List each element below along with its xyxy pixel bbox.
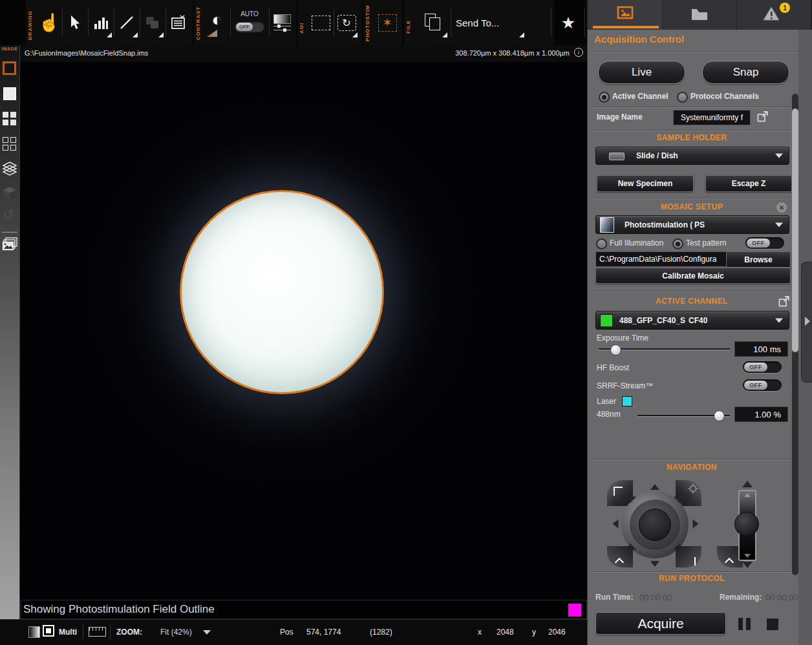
zoom-value[interactable]: Fit (42%) [160, 628, 192, 637]
shapes-dropdown-indicator [158, 32, 164, 37]
nav-arrow-left[interactable] [613, 520, 619, 529]
active-channel-radio[interactable] [599, 92, 610, 103]
image-viewport[interactable]: Showing Photostimulation Field Outline [20, 62, 587, 619]
z-track-up-arrow [744, 493, 751, 497]
stop-icon[interactable] [767, 619, 778, 630]
laser-power-box[interactable]: 1.00 % [734, 407, 788, 422]
chevron-up-icon [615, 558, 624, 567]
active-channel-external-icon[interactable] [778, 295, 790, 307]
full-illumination-radio[interactable] [596, 238, 607, 249]
exposure-time-label: Exposure Time [597, 333, 648, 343]
nav-arrow-right[interactable] [693, 520, 699, 529]
send-to-button[interactable]: Send To... [451, 5, 533, 41]
panel-collapse-tab[interactable] [801, 262, 812, 383]
test-pattern-toggle[interactable]: OFF [745, 237, 784, 249]
annotation-list-button[interactable] [166, 5, 191, 41]
hf-boost-toggle[interactable]: OFF [743, 361, 782, 373]
nav-corner-bottom-left-button[interactable] [607, 546, 633, 567]
auto-toggle-knob: OFF [236, 23, 253, 31]
exposure-value-box[interactable]: 100 ms [734, 341, 788, 357]
laser-slider-thumb[interactable] [714, 410, 725, 421]
info-icon[interactable]: i [574, 48, 583, 57]
shapes-tool-button[interactable] [140, 5, 166, 41]
toolbar-group-drawing: DRAWING ☝ [26, 0, 193, 45]
sample-holder-dropdown-arrow [775, 154, 783, 158]
auto-contrast-toggle[interactable]: AUTO OFF [230, 5, 269, 41]
photostim-field-button[interactable]: ✶ [374, 5, 400, 41]
z-step-down-arrow[interactable] [742, 562, 753, 568]
corner-bracket-icon [614, 487, 623, 496]
panel-scrollbar-thumb[interactable] [792, 109, 798, 352]
calibrate-mosaic-button[interactable]: Calibrate Mosaic [595, 268, 791, 284]
nav-arrow-up[interactable] [650, 484, 659, 490]
rotate-cw-icon: ↻ [342, 17, 350, 29]
contrast-button[interactable]: ◐ [204, 5, 230, 41]
test-pattern-radio[interactable] [672, 238, 683, 249]
hand-tool-button[interactable]: ☝ [36, 5, 62, 41]
gallery-icon[interactable] [2, 237, 17, 251]
protocol-channels-radio[interactable] [677, 92, 688, 103]
view-rotate-icon[interactable]: ↺ [3, 207, 14, 224]
channel-color-swatch [600, 314, 613, 327]
nav-corner-bottom-right-button[interactable] [676, 546, 701, 567]
view-single-icon[interactable] [3, 87, 16, 100]
contrast-icon: ◐ [212, 11, 223, 29]
aoi-rotate-button[interactable]: ↻ [334, 5, 359, 41]
view-grid-outline-icon[interactable] [3, 137, 17, 151]
channel-swatch-icon[interactable] [43, 625, 54, 637]
acquisition-panel: 1 Acquisition Control Live Snap Active C… [587, 0, 812, 645]
sample-holder-dropdown[interactable]: Slide / Dish [595, 147, 789, 165]
z-slider-knob[interactable] [734, 512, 759, 536]
active-channel-header: ACTIVE CHANNEL [588, 297, 796, 306]
copy-image-button[interactable] [416, 5, 449, 41]
mosaic-close-icon[interactable]: ✕ [776, 202, 787, 213]
mosaic-pattern-dropdown[interactable]: Photostimulation ( PS [595, 215, 789, 234]
escape-z-button[interactable]: Escape Z [705, 175, 792, 192]
z-step-up-arrow[interactable] [742, 481, 753, 487]
exposure-slider-thumb[interactable] [610, 344, 621, 355]
nav-arrow-down[interactable] [650, 561, 659, 567]
levels-button[interactable] [269, 5, 295, 41]
pos-label: Pos [280, 628, 294, 637]
view-single-active-icon[interactable] [3, 61, 16, 75]
tab-files[interactable] [663, 0, 736, 30]
tab-alerts[interactable]: 1 [737, 0, 811, 30]
view-3d-cube-icon[interactable] [3, 186, 17, 200]
view-layers-icon[interactable] [2, 162, 17, 176]
image-name-external-icon[interactable] [757, 111, 769, 122]
bar-icon [694, 557, 696, 566]
live-button[interactable]: Live [598, 61, 685, 84]
mosaic-pattern-value: Photostimulation ( [625, 220, 692, 229]
copy-dropdown-indicator [442, 32, 447, 37]
y-value: 2046 [548, 628, 566, 637]
snap-button[interactable]: Snap [702, 61, 789, 84]
view-grid-filled-icon[interactable] [3, 112, 17, 126]
srrf-toggle[interactable]: OFF [743, 379, 782, 391]
pause-icon[interactable] [738, 618, 751, 630]
ruler-icon[interactable] [89, 627, 106, 637]
browse-button[interactable]: Browse [726, 251, 791, 268]
select-tool-button[interactable] [62, 5, 88, 41]
auto-label: AUTO [230, 10, 269, 17]
laser-color-swatch [622, 396, 632, 407]
joystick-knob[interactable] [639, 509, 671, 541]
tab-acquisition[interactable] [588, 0, 662, 30]
new-specimen-button[interactable]: New Specimen [597, 175, 694, 192]
favorites-button[interactable]: ★ [553, 5, 583, 41]
channel-dropdown[interactable]: 488_GFP_CF40_S CF40 [595, 311, 789, 330]
gradient-swatch-icon[interactable] [28, 626, 40, 638]
histogram-tool-button[interactable] [88, 5, 114, 41]
shapes-icon [145, 16, 160, 30]
zoom-dropdown-arrow[interactable] [203, 630, 211, 635]
line-profile-tool-button[interactable] [114, 5, 140, 41]
image-file-path: G:\FusionImages\MosaicFieldSnap.ims [25, 49, 148, 57]
acquire-button[interactable]: Acquire [595, 612, 726, 635]
mosaic-path-input[interactable]: C:\ProgramData\Fusion\Configura [595, 251, 728, 267]
remaining-value: 00:00:00 [765, 593, 798, 602]
image-name-input[interactable]: Systemuniformty f [673, 110, 751, 125]
line-dropdown-indicator [133, 32, 138, 37]
image-tab-icon [617, 6, 634, 20]
mosaic-setup-header: MOSAIC SETUP [588, 202, 796, 211]
channel-name: 488_GFP_CF40_S [619, 316, 685, 325]
aoi-select-button[interactable] [308, 5, 334, 41]
